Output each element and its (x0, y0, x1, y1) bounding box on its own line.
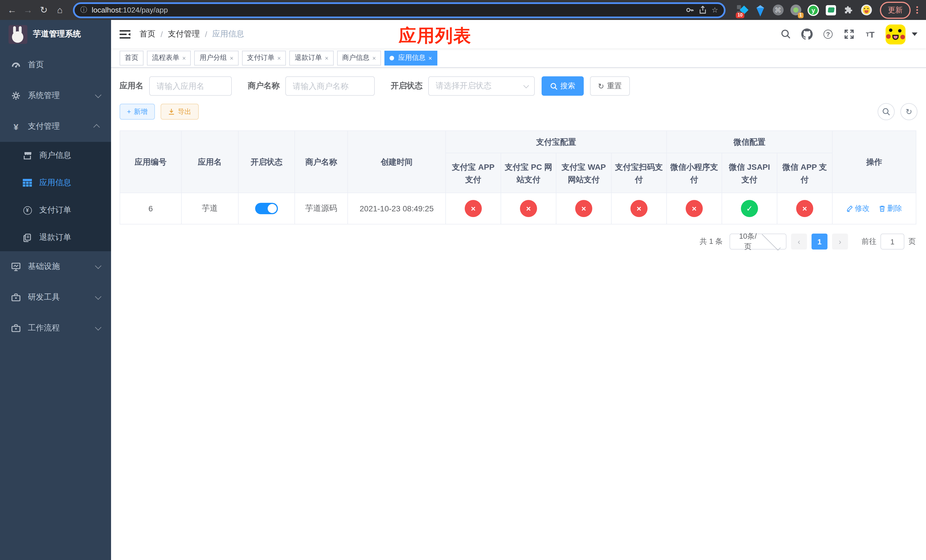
chevron-down-icon (95, 324, 101, 331)
breadcrumb-home[interactable]: 首页 (139, 29, 156, 39)
page-content: 应用名 商户名称 开启状态 请选择开启状态 搜索 ↻ 重置 (111, 68, 926, 560)
close-icon[interactable]: × (428, 54, 432, 61)
page-size-select[interactable]: 10条/页 (729, 234, 787, 250)
sidebar-item-pay-order[interactable]: ¥ 支付订单 (0, 197, 111, 224)
user-menu-caret-icon[interactable] (912, 32, 917, 36)
cell-wx-mini: × (667, 193, 722, 224)
plus-icon: + (127, 107, 131, 116)
chevron-down-icon (95, 294, 101, 300)
cell-actions: 修改 删除 (832, 193, 916, 224)
close-icon[interactable]: × (230, 54, 233, 61)
sidebar-item-merchant-info[interactable]: 商户信息 (0, 142, 111, 169)
extensions-row: 10 ⌘ 1 y (737, 4, 872, 16)
col-header-wx-app: 微信 APP 支付 (777, 153, 832, 193)
sidebar-item-system[interactable]: 系统管理 (0, 80, 111, 111)
url-host: localhost (92, 6, 121, 14)
sidebar-collapse-icon[interactable] (120, 29, 130, 39)
browser-forward-button[interactable]: → (22, 4, 34, 16)
add-button[interactable]: + 新增 (120, 104, 155, 120)
close-icon[interactable]: × (372, 54, 376, 61)
sidebar-logo[interactable]: 芋道管理系统 (0, 20, 111, 48)
col-header-wx-mini: 微信小程序支付 (667, 153, 722, 193)
col-header-alipay-pc: 支付宝 PC 网站支付 (501, 153, 556, 193)
tab-app-info[interactable]: 应用信息× (384, 50, 437, 65)
share-icon[interactable] (699, 6, 707, 14)
cell-app-id: 6 (120, 193, 182, 224)
bookmark-star-icon[interactable]: ☆ (711, 6, 718, 14)
cell-wx-app: × (777, 193, 832, 224)
page-number-1[interactable]: 1 (811, 234, 828, 250)
address-bar[interactable]: ⓘ localhost:1024/pay/app ☆ (73, 2, 726, 18)
user-avatar[interactable] (885, 24, 905, 44)
search-button[interactable]: 搜索 (542, 76, 584, 96)
sidebar-item-dev-tools[interactable]: 研发工具 (0, 282, 111, 313)
tab-process-form[interactable]: 流程表单× (147, 50, 191, 65)
close-icon[interactable]: × (325, 54, 328, 61)
chevron-down-icon (524, 82, 529, 88)
goto-page-input[interactable] (881, 234, 904, 250)
cell-status (238, 193, 295, 224)
cell-wx-jsapi: ✓ (722, 193, 777, 224)
extension-diamond-icon[interactable]: 10 (737, 4, 748, 16)
cell-alipay-pc: × (501, 193, 556, 224)
cell-alipay-wap: × (556, 193, 611, 224)
extension-yudao-icon[interactable]: y (808, 4, 819, 16)
sidebar-item-workflow[interactable]: 工作流程 (0, 313, 111, 344)
tab-merchant-info[interactable]: 商户信息× (337, 50, 381, 65)
extension-recorder-icon[interactable]: 1 (790, 4, 801, 16)
sidebar-item-refund-order[interactable]: 退款订单 (0, 224, 111, 251)
browser-reload-button[interactable]: ↻ (38, 4, 50, 16)
config-status-icon: × (575, 200, 592, 217)
prev-page-button[interactable]: ‹ (791, 234, 807, 250)
sidebar-item-label: 支付订单 (39, 205, 71, 215)
tab-home[interactable]: 首页 (120, 50, 144, 65)
extensions-puzzle-icon[interactable] (843, 4, 854, 16)
tab-pay-order[interactable]: 支付订单× (242, 50, 286, 65)
github-icon[interactable] (801, 29, 813, 40)
close-icon[interactable]: × (182, 54, 186, 61)
status-select[interactable]: 请选择开启状态 (428, 76, 535, 96)
sidebar-item-pay[interactable]: ¥ 支付管理 (0, 111, 111, 142)
export-button[interactable]: 导出 (160, 104, 199, 120)
search-icon[interactable] (780, 29, 791, 40)
app-name-input[interactable] (149, 76, 232, 96)
reset-button[interactable]: ↻ 重置 (590, 76, 630, 96)
col-header-status: 开启状态 (238, 131, 295, 193)
chrome-update-button[interactable]: 更新 (880, 2, 911, 18)
sidebar-item-infrastructure[interactable]: 基础设施 (0, 251, 111, 282)
tab-refund-order[interactable]: 退款订单× (290, 50, 334, 65)
status-toggle[interactable] (255, 203, 278, 215)
navbar-tools: ? TT (780, 24, 917, 44)
next-page-button[interactable]: › (832, 234, 848, 250)
close-icon[interactable]: × (277, 54, 281, 61)
pagination: 共 1 条 10条/页 ‹ 1 › 前往 页 (120, 234, 916, 250)
extension-chat-icon[interactable] (825, 4, 837, 16)
refresh-table-icon[interactable]: ↻ (900, 103, 917, 120)
password-key-icon[interactable] (686, 6, 694, 14)
site-info-icon[interactable]: ⓘ (80, 5, 87, 15)
toggle-search-icon[interactable] (878, 103, 895, 120)
sidebar-item-home[interactable]: 首页 (0, 50, 111, 80)
edit-button[interactable]: 修改 (846, 204, 870, 214)
chevron-down-icon (95, 92, 101, 98)
extension-gem-icon[interactable] (755, 4, 766, 16)
fullscreen-icon[interactable] (843, 29, 855, 40)
profile-emoji-icon[interactable] (861, 4, 872, 16)
goto-label: 前往 (862, 237, 876, 247)
col-header-alipay-qr: 支付宝扫码支付 (611, 153, 667, 193)
browser-home-button[interactable]: ⌂ (53, 4, 66, 16)
tab-user-group[interactable]: 用户分组× (195, 50, 239, 65)
sidebar-item-label: 支付管理 (28, 121, 95, 132)
breadcrumb: 首页 / 支付管理 / 应用信息 (139, 29, 244, 39)
browser-menu-icon[interactable] (916, 6, 918, 14)
browser-back-button[interactable]: ← (6, 4, 18, 16)
font-size-icon[interactable]: TT (864, 29, 876, 40)
delete-button[interactable]: 删除 (879, 204, 902, 214)
extension-command-icon[interactable]: ⌘ (772, 4, 784, 16)
merchant-name-input[interactable] (285, 76, 375, 96)
url-text[interactable]: localhost:1024/pay/app (92, 6, 681, 14)
pagination-total: 共 1 条 (700, 237, 723, 247)
sidebar-item-app-info[interactable]: 应用信息 (0, 169, 111, 197)
help-icon[interactable]: ? (822, 29, 834, 40)
breadcrumb-pay[interactable]: 支付管理 (168, 29, 200, 39)
